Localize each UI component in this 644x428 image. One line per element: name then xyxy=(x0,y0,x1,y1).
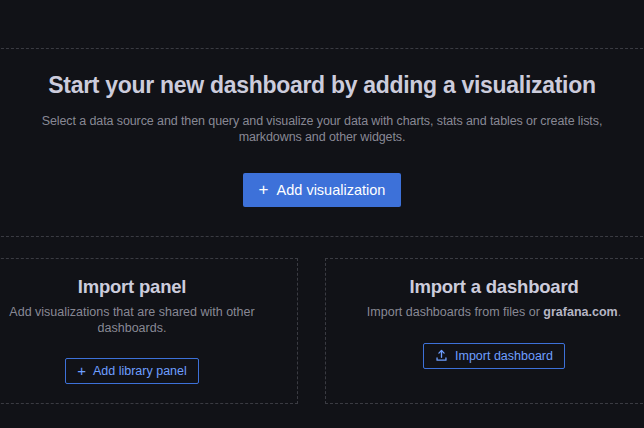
import-dashboard-title: Import a dashboard xyxy=(326,274,644,300)
import-dashboard-description-text: Import dashboards from files or xyxy=(367,305,543,319)
plus-icon: + xyxy=(77,363,86,378)
import-panel-title: Import panel xyxy=(0,274,297,300)
add-visualization-label: Add visualization xyxy=(277,182,386,198)
dashboard-canvas-top-area xyxy=(0,0,644,48)
add-library-panel-button[interactable]: + Add library panel xyxy=(65,358,199,384)
import-dashboard-button[interactable]: Import dashboard xyxy=(423,343,565,369)
plus-icon: + xyxy=(259,181,269,198)
import-dashboard-description: Import dashboards from files or grafana.… xyxy=(326,305,644,321)
empty-dashboard-cta-panel: Start your new dashboard by adding a vis… xyxy=(0,48,644,237)
import-cards-row: Import panel Add visualizations that are… xyxy=(0,258,644,404)
import-dashboard-button-row: Import dashboard xyxy=(326,343,644,369)
import-panel-description-line-1: Add visualizations that are shared with … xyxy=(0,305,297,321)
page-title: Start your new dashboard by adding a vis… xyxy=(0,70,644,100)
import-panel-description-line-2: dashboards. xyxy=(0,321,297,337)
add-visualization-button[interactable]: + Add visualization xyxy=(243,173,402,207)
add-library-panel-label: Add library panel xyxy=(93,364,187,378)
upload-icon xyxy=(435,349,448,362)
import-dashboard-description-period: . xyxy=(618,305,621,319)
subtitle-line-1: Select a data source and then query and … xyxy=(0,113,644,129)
cta-button-row: + Add visualization xyxy=(0,173,644,207)
import-panel-description: Add visualizations that are shared with … xyxy=(0,305,297,336)
subtitle-line-2: markdowns and other widgets. xyxy=(0,129,644,145)
import-dashboard-label: Import dashboard xyxy=(455,349,553,363)
import-dashboard-card: Import a dashboard Import dashboards fro… xyxy=(325,258,644,404)
page-subtitle: Select a data source and then query and … xyxy=(0,113,644,145)
import-panel-button-row: + Add library panel xyxy=(0,358,297,384)
import-panel-card: Import panel Add visualizations that are… xyxy=(0,258,298,404)
grafana-com-text: grafana.com xyxy=(543,305,617,319)
